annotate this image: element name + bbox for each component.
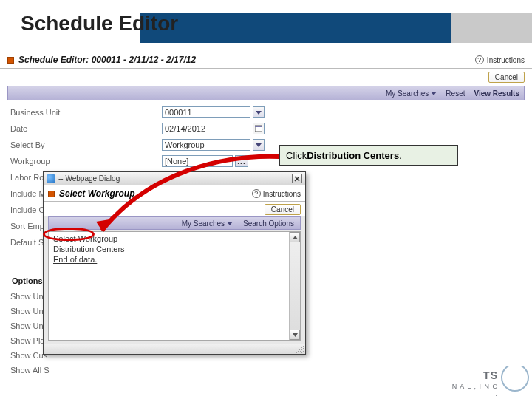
callout-prefix: Click [286, 150, 307, 161]
callout-suffix: . [399, 150, 402, 161]
close-icon [294, 176, 300, 182]
row-date: Date 02/14/2012 [10, 121, 525, 136]
chevron-down-icon [293, 333, 298, 337]
dialog-search-options-link[interactable]: Search Options [243, 219, 294, 228]
chevron-down-icon [256, 111, 262, 115]
editor-header: Schedule Editor: 000011 - 2/11/12 - 2/17… [0, 53, 532, 69]
dialog-body: Select Workgroup Distribution Centers En… [48, 231, 301, 341]
business-unit-dropdown-button[interactable] [253, 106, 265, 118]
dialog-close-button[interactable] [292, 174, 302, 183]
dialog-cancel-button[interactable]: Cancel [265, 204, 301, 215]
scroll-up-button[interactable] [290, 232, 300, 242]
scroll-down-button[interactable] [290, 330, 300, 340]
title-right-block [451, 13, 532, 43]
app-icon [7, 57, 14, 64]
instruction-callout: Click Distribution Centers . [279, 145, 458, 166]
globe-icon [501, 366, 529, 392]
dialog-header: Select Workgroup ? Instructions [44, 185, 305, 202]
cancel-button[interactable]: Cancel [488, 72, 525, 83]
instructions-label: Instructions [487, 56, 525, 64]
row-business-unit: Business Unit 000011 [10, 105, 525, 120]
app-icon [48, 191, 55, 197]
svg-rect-1 [255, 126, 262, 127]
chevron-down-icon [227, 222, 233, 225]
chevron-up-icon [293, 236, 298, 239]
dialog-search-bar: My Searches Search Options [48, 216, 301, 230]
dialog-my-searches-dropdown[interactable]: My Searches [182, 219, 233, 228]
instructions-link[interactable]: ? Instructions [475, 55, 525, 64]
reset-link[interactable]: Reset [446, 89, 465, 98]
my-searches-label: My Searches [386, 89, 429, 98]
date-picker-button[interactable] [253, 123, 265, 134]
list-item-distribution-centers[interactable]: Distribution Centers [49, 244, 289, 254]
dialog-instructions-link[interactable]: ? Instructions [252, 189, 301, 198]
dialog-cancel-row: Cancel [44, 202, 305, 216]
chevron-down-icon [431, 92, 437, 95]
callout-bold: Distribution Centers [307, 150, 399, 161]
my-searches-dropdown[interactable]: My Searches [386, 89, 437, 98]
dialog-title: Select Workgroup [59, 188, 134, 199]
workgroup-list: Select Workgroup Distribution Centers En… [49, 232, 289, 340]
editor-title: Schedule Editor: 000011 - 2/11/12 - 2/17… [18, 55, 196, 65]
view-results-link[interactable]: View Results [474, 89, 519, 98]
input-business-unit[interactable]: 000011 [162, 106, 250, 118]
scroll-track[interactable] [290, 242, 300, 330]
dialog-window-title: -- Webpage Dialog [58, 174, 120, 183]
input-select-by[interactable]: Workgroup [162, 139, 250, 151]
svg-marker-6 [293, 333, 298, 337]
select-workgroup-dialog: -- Webpage Dialog Select Workgroup ? Ins… [43, 171, 306, 355]
calendar-icon [255, 125, 262, 132]
input-date[interactable]: 02/14/2012 [162, 123, 250, 134]
workgroup-browse-button[interactable]: ... [235, 155, 248, 167]
list-item[interactable]: Select Workgroup [49, 233, 289, 244]
select-by-dropdown-button[interactable] [253, 139, 265, 151]
slide-title-area: Schedule Editor [0, 0, 532, 53]
help-icon: ? [252, 189, 261, 198]
brand-text-2: N A L , I N C . [448, 383, 498, 396]
input-workgroup[interactable]: [None] [162, 155, 233, 167]
brand-text-1: TS [483, 369, 498, 381]
dialog-titlebar[interactable]: -- Webpage Dialog [44, 172, 305, 185]
end-of-data: End of data. [49, 254, 289, 265]
chevron-down-icon [256, 143, 262, 147]
dialog-instructions-label: Instructions [263, 190, 301, 198]
dialog-status-bar [44, 344, 305, 354]
svg-marker-5 [293, 236, 298, 239]
brand-corner: TS N A L , I N C . [448, 366, 529, 396]
editor-cancel-row: Cancel [0, 69, 532, 84]
dialog-my-searches-label: My Searches [182, 219, 225, 228]
help-icon: ? [475, 55, 484, 64]
label-workgroup: Workgroup [10, 157, 162, 166]
dialog-scrollbar[interactable] [289, 232, 300, 340]
slide-title: Schedule Editor [21, 12, 178, 35]
ie-icon [47, 174, 55, 183]
label-select-by: Select By [10, 140, 162, 149]
title-band [140, 13, 451, 43]
label-business-unit: Business Unit [10, 108, 162, 117]
label-date: Date [10, 124, 162, 133]
resize-grip[interactable] [296, 344, 304, 353]
editor-search-bar: My Searches Reset View Results [7, 86, 525, 100]
